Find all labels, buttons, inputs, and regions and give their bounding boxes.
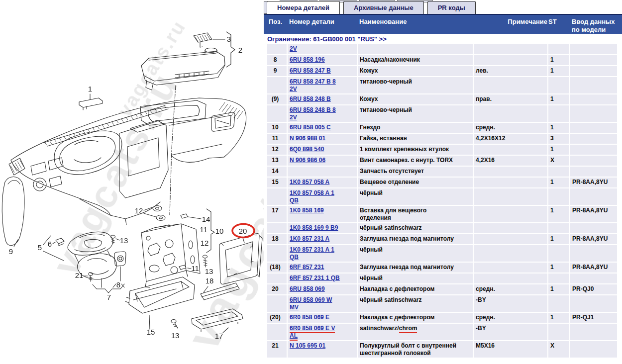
cell-name: чёрный [358,245,473,262]
cell-model [570,167,617,177]
part-15-box [129,277,195,313]
part-number-link[interactable]: 6R0 858 069 E [290,314,329,321]
part-number-link[interactable]: 6RU 858 248 B [290,95,331,102]
cell-st [548,77,569,93]
cell-part: N 906 988 01 [288,134,357,144]
cell-note: -BY [474,324,547,340]
cell-part: 6RU 858 247 B [288,66,357,76]
cell-note: -BY [474,295,547,312]
part-number-link[interactable]: N 105 695 01 [290,342,325,349]
cell-pos [267,44,287,54]
cell-name: чёрный satinschwarz [358,295,473,312]
table-row: 106RU 858 005 CГнездосредн.1 [267,123,622,133]
part-number-link[interactable]: 6Q0 898 540 [290,146,324,153]
part-number-link[interactable]: N 906 986 06 [290,157,325,164]
parts-catalog-window: vagcats.ru vagcats.ru vagcats.ru [0,0,622,364]
cell-st [548,167,569,177]
callout-label-12: 12 [201,239,209,247]
table-row: 2V [267,44,622,54]
cell-pos: 10 [267,123,287,133]
cell-model [570,223,617,233]
callout-label-20: 20 [239,227,247,235]
cell-pos: 15 [267,178,287,187]
cell-st [548,273,569,283]
cell-pos [267,77,287,93]
cell-st [548,105,569,122]
table-row: 86RU 858 196Насадка/наконечник1 [267,55,622,65]
cell-pos: 13 [267,156,287,166]
cell-st: X [548,341,569,358]
cell-st: 1 [548,55,569,65]
tab-archive-data[interactable]: Архивные данные [343,1,424,14]
part-1-cover [79,98,103,110]
callout-label-5: 5 [38,243,42,252]
cell-note [474,55,547,65]
cell-model [570,123,617,133]
part-number-link[interactable]: 6RF 857 231 1 QB [290,274,340,281]
cell-name: Гайка, вставная [358,134,473,144]
part-number-link[interactable]: 1K0 858 169 [290,207,324,214]
cell-pos [267,223,287,233]
tab-part-numbers[interactable]: Номера деталей [267,1,340,14]
part-number-link[interactable]: 1K0 857 231 A 1 QB [290,246,334,261]
callout-label-11: 11 [191,264,199,273]
part-number-link[interactable]: 1K0 858 169 9 B9 [290,224,338,231]
cell-name: Кожух [358,94,473,104]
part-number-link[interactable]: N 906 988 01 [290,135,325,142]
cell-note [474,167,547,177]
part-number-link[interactable]: 1K0 857 058 A 1 QB [290,189,334,204]
part-9-panel [2,177,24,247]
part-number-link[interactable]: 6RU 858 196 [290,56,325,63]
cell-name: 1 комплект крепежных втулок [358,145,473,155]
cell-name: Вещевое отделение [358,178,473,187]
cell-st [548,223,569,233]
table-row: 11N 906 988 01Гайка, вставная4,2X16X123 [267,134,622,144]
column-header-note: Примечание [474,17,547,35]
cell-part: 6RU 858 248 B 8 2V [288,105,357,122]
cell-model [570,145,617,155]
cell-part: N 906 986 06 [288,156,357,166]
cell-note: лев. [474,66,547,76]
callout-label-21: 21 [75,271,84,279]
washer-12a [153,206,162,211]
cell-part: 1K0 858 169 9 B9 [288,223,357,233]
part-number-link[interactable]: 6RU 858 247 B [290,67,331,74]
tab-bar: Номера деталейАрхивные данныеPR коды [267,1,479,14]
table-row: 6RF 857 231 1 QBчёрный [267,273,622,283]
cell-note: 4,2X16X12 [474,134,547,144]
table-row: 6RU 858 248 B 8 2Vтитаново-черный [267,105,622,122]
callout-label-13: 13 [205,267,213,275]
parts-table-panel: Номера деталейАрхивные данныеPR коды Поз… [264,0,622,364]
part-number-link[interactable]: 6RU 858 069 [290,285,325,292]
part-number-link[interactable]: 1K0 857 231 A [290,235,329,242]
part-number-link[interactable]: 6RF 857 231 [290,264,324,271]
washer-12b [156,215,165,221]
cell-model [570,105,617,122]
part-number-link[interactable]: 6R0 858 069 E V AL [290,325,335,341]
cell-st: 1 [548,284,569,294]
cell-pos [267,324,287,340]
cell-model [570,273,617,283]
cell-note [474,188,547,205]
watermark: vagcats.ru vagcats.ru vagcats.ru [43,16,264,358]
cell-note: прав. [474,94,547,104]
tab-pr-codes[interactable]: PR коды [427,1,476,14]
screw-13c [171,320,176,323]
cell-pos [267,273,287,283]
cell-name: титаново-черный [358,77,473,93]
part-number-link[interactable]: 2V [290,45,297,52]
cell-pos: 8 [267,55,287,65]
part-number-link[interactable]: 1K0 857 058 A [290,179,329,185]
cell-model [570,44,617,54]
red-underlined-text: chrom [399,325,417,333]
svg-text:vagcats.ru: vagcats.ru [43,64,187,282]
table-row: 171K0 858 169Вставка для вещевого отделе… [267,206,622,222]
part-number-link[interactable]: 6RU 858 069 W MV [290,296,332,311]
cell-model [570,245,617,262]
part-number-link[interactable]: 6RU 858 247 B 8 2V [290,78,336,92]
restriction-note: Ограничение: 61-GB000 001 "RUS" >> [264,34,622,44]
part-number-link[interactable]: 6RU 858 248 B 8 2V [290,106,336,121]
cell-part: 6RU 858 248 B [288,94,357,104]
part-number-link[interactable]: 6RU 858 005 C [290,124,331,131]
table-row: 1K0 857 231 A 1 QBчёрный [267,245,622,262]
